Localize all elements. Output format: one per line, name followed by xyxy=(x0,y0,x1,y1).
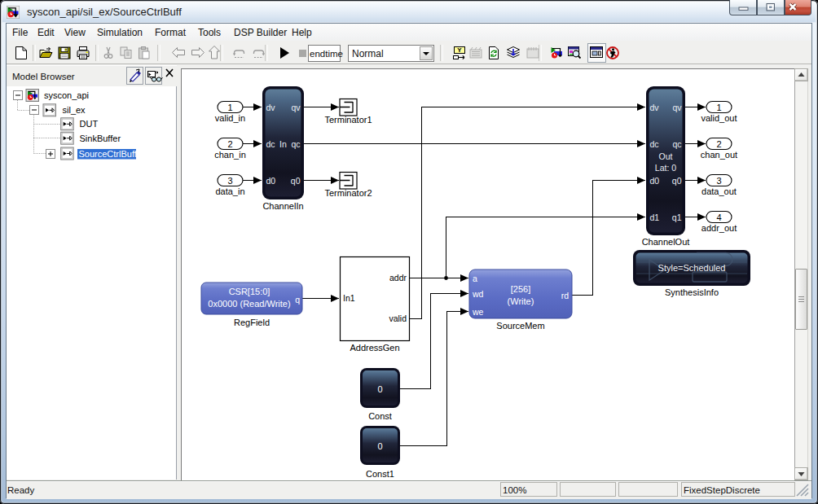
svg-text:dc: dc xyxy=(266,139,275,149)
svg-text:SourceMem: SourceMem xyxy=(496,321,544,331)
svg-text:dc: dc xyxy=(650,139,659,149)
svg-text:addr: addr xyxy=(389,273,407,283)
svg-text:0x0000 (Read/Write): 0x0000 (Read/Write) xyxy=(208,299,290,309)
svg-text:data_in: data_in xyxy=(215,186,244,196)
svg-text:q: q xyxy=(295,295,300,305)
svg-text:q0: q0 xyxy=(672,176,682,186)
svg-text:chan_in: chan_in xyxy=(214,150,246,160)
svg-text:(Write): (Write) xyxy=(508,296,534,306)
svg-text:SynthesisInfo: SynthesisInfo xyxy=(665,287,719,297)
svg-text:In1: In1 xyxy=(343,293,355,303)
svg-text:d0: d0 xyxy=(266,176,276,186)
svg-text:1: 1 xyxy=(227,103,232,112)
svg-text:wd: wd xyxy=(472,289,484,299)
svg-text:0: 0 xyxy=(377,441,382,451)
svg-text:d0: d0 xyxy=(650,176,660,186)
svg-text:In: In xyxy=(279,139,287,149)
svg-text:2: 2 xyxy=(227,139,232,149)
svg-text:AddressGen: AddressGen xyxy=(350,343,399,353)
svg-text:1: 1 xyxy=(716,103,721,112)
svg-text:q0: q0 xyxy=(291,176,301,186)
svg-text:Out: Out xyxy=(659,151,673,161)
svg-text:a: a xyxy=(473,274,477,283)
svg-text:syscon_api: syscon_api xyxy=(44,90,89,100)
svg-text:3: 3 xyxy=(716,176,721,186)
svg-text:Lat: 0: Lat: 0 xyxy=(655,163,676,173)
svg-text:Y: Y xyxy=(457,46,462,54)
svg-text:dv: dv xyxy=(650,103,660,112)
svg-text:data_out: data_out xyxy=(701,186,737,196)
svg-text:dv: dv xyxy=(266,103,276,112)
svg-text:qv: qv xyxy=(291,103,301,112)
svg-text:DUT: DUT xyxy=(80,119,99,129)
svg-text:addr_out: addr_out xyxy=(701,223,737,233)
svg-text:ChannelIn: ChannelIn xyxy=(262,201,303,211)
svg-text:Style=Scheduled: Style=Scheduled xyxy=(658,263,726,273)
svg-text:chan_out: chan_out xyxy=(701,150,737,160)
svg-text:2: 2 xyxy=(716,139,721,149)
svg-text:Const: Const xyxy=(368,411,392,421)
svg-text:CSR[15:0]: CSR[15:0] xyxy=(229,287,270,296)
svg-text:q1: q1 xyxy=(672,213,682,222)
svg-text:Terminator1: Terminator1 xyxy=(324,115,372,125)
svg-text:Const1: Const1 xyxy=(366,469,394,479)
svg-text:valid_out: valid_out xyxy=(701,113,737,123)
svg-text:SinkBuffer: SinkBuffer xyxy=(80,134,121,143)
svg-text:[256]: [256] xyxy=(511,284,530,294)
svg-text:4: 4 xyxy=(716,213,721,222)
svg-text:valid: valid xyxy=(389,313,407,323)
svg-text:ChannelOut: ChannelOut xyxy=(642,237,690,247)
svg-text:0: 0 xyxy=(377,384,382,394)
svg-text:rd: rd xyxy=(561,291,569,300)
svg-text:Terminator2: Terminator2 xyxy=(324,188,372,198)
svg-text:sil_ex: sil_ex xyxy=(63,105,86,115)
svg-text:RegField: RegField xyxy=(234,318,270,327)
svg-text:d1: d1 xyxy=(650,213,660,222)
svg-text:qv: qv xyxy=(672,103,682,112)
svg-text:qc: qc xyxy=(672,139,681,149)
svg-text:qc: qc xyxy=(291,139,300,149)
svg-text:SourceCtrlBuff: SourceCtrlBuff xyxy=(79,149,138,159)
svg-text:we: we xyxy=(472,307,484,317)
svg-text:3: 3 xyxy=(227,176,232,186)
svg-text:valid_in: valid_in xyxy=(215,113,245,123)
